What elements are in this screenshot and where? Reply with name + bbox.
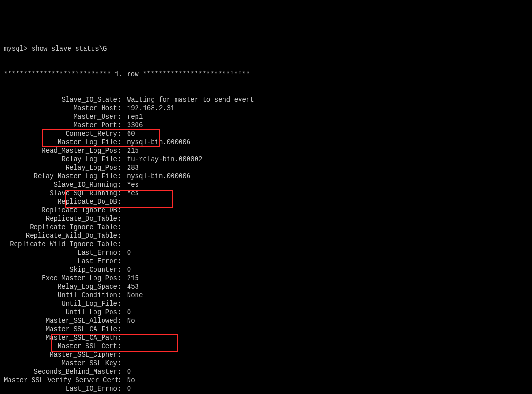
field-separator: : bbox=[117, 376, 127, 385]
field-separator: : bbox=[117, 112, 127, 121]
status-row: Replicate_Wild_Do_Table: bbox=[4, 231, 528, 240]
field-separator: : bbox=[117, 385, 127, 393]
field-separator: : bbox=[117, 223, 127, 231]
field-separator: : bbox=[117, 257, 127, 266]
status-row: Master_SSL_Allowed: No bbox=[4, 317, 528, 325]
field-separator: : bbox=[117, 291, 127, 300]
field-value: Waiting for master to send event bbox=[127, 95, 254, 104]
field-value: 60 bbox=[127, 129, 135, 138]
field-separator: : bbox=[117, 138, 127, 146]
field-value: 3306 bbox=[127, 121, 143, 129]
field-value: Yes bbox=[127, 189, 139, 197]
field-separator: : bbox=[117, 248, 127, 257]
field-value: mysql-bin.000006 bbox=[127, 172, 190, 180]
field-label: Until_Log_File bbox=[4, 300, 117, 308]
status-row: Relay_Log_Space: 453 bbox=[4, 283, 528, 291]
field-label: Last_Error bbox=[4, 257, 117, 266]
field-separator: : bbox=[117, 317, 127, 325]
field-label: Master_SSL_Allowed bbox=[4, 317, 117, 325]
field-label: Slave_SQL_Running bbox=[4, 189, 117, 197]
field-value: rep1 bbox=[127, 112, 143, 121]
field-separator: : bbox=[117, 283, 127, 291]
status-row: Master_SSL_CA_File: bbox=[4, 325, 528, 334]
field-label: Master_Host bbox=[4, 104, 117, 112]
field-value: None bbox=[127, 291, 143, 300]
field-label: Last_Errno bbox=[4, 248, 117, 257]
field-label: Read_Master_Log_Pos bbox=[4, 146, 117, 155]
field-label: Until_Condition bbox=[4, 291, 117, 300]
status-row: Replicate_Ignore_Table: bbox=[4, 223, 528, 231]
status-row: Last_Errno: 0 bbox=[4, 248, 528, 257]
status-row: Replicate_Do_Table: bbox=[4, 214, 528, 223]
field-value: No bbox=[127, 317, 135, 325]
status-row: Slave_SQL_Running: Yes bbox=[4, 189, 528, 197]
field-separator: : bbox=[117, 197, 127, 206]
field-separator: : bbox=[117, 334, 127, 342]
field-label: Master_SSL_CA_Path bbox=[4, 334, 117, 342]
field-label: Last_IO_Errno bbox=[4, 385, 117, 393]
field-label: Master_User bbox=[4, 112, 117, 121]
field-label: Seconds_Behind_Master bbox=[4, 368, 117, 376]
field-value: 215 bbox=[127, 146, 139, 155]
field-separator: : bbox=[117, 231, 127, 240]
status-row: Until_Log_File: bbox=[4, 300, 528, 308]
field-label: Relay_Log_Pos bbox=[4, 163, 117, 172]
field-label: Replicate_Ignore_DB bbox=[4, 206, 117, 214]
field-separator: : bbox=[117, 240, 127, 248]
status-row: Slave_IO_Running: Yes bbox=[4, 180, 528, 189]
field-label: Replicate_Do_DB bbox=[4, 197, 117, 206]
field-value: 0 bbox=[127, 266, 131, 274]
status-row: Relay_Master_Log_File: mysql-bin.000006 bbox=[4, 172, 528, 180]
field-separator: : bbox=[117, 359, 127, 368]
status-row: Master_SSL_Verify_Server_Cert: No bbox=[4, 376, 528, 385]
status-row: Master_Host: 192.168.2.31 bbox=[4, 104, 528, 112]
field-label: Exec_Master_Log_Pos bbox=[4, 274, 117, 283]
field-separator: : bbox=[117, 146, 127, 155]
field-value: Yes bbox=[127, 180, 139, 189]
field-value: 283 bbox=[127, 163, 139, 172]
field-separator: : bbox=[117, 266, 127, 274]
field-separator: : bbox=[117, 214, 127, 223]
field-separator: : bbox=[117, 351, 127, 359]
field-label: Connect_Retry bbox=[4, 129, 117, 138]
status-row: Slave_IO_State: Waiting for master to se… bbox=[4, 95, 528, 104]
field-value: 0 bbox=[127, 385, 131, 393]
field-label: Slave_IO_State bbox=[4, 95, 117, 104]
field-separator: : bbox=[117, 172, 127, 180]
status-row: Seconds_Behind_Master: 0 bbox=[4, 368, 528, 376]
field-label: Master_SSL_Cipher bbox=[4, 351, 117, 359]
field-value: 0 bbox=[127, 248, 131, 257]
field-label: Slave_IO_Running bbox=[4, 180, 117, 189]
field-value: mysql-bin.000006 bbox=[127, 138, 190, 146]
field-separator: : bbox=[117, 189, 127, 197]
status-row: Replicate_Do_DB: bbox=[4, 197, 528, 206]
field-label: Skip_Counter bbox=[4, 266, 117, 274]
status-row: Master_SSL_Cert: bbox=[4, 342, 528, 351]
field-value: 453 bbox=[127, 283, 139, 291]
field-label: Master_Log_File bbox=[4, 138, 117, 146]
status-row: Until_Log_Pos: 0 bbox=[4, 308, 528, 317]
status-row: Skip_Counter: 0 bbox=[4, 266, 528, 274]
field-separator: : bbox=[117, 95, 127, 104]
status-row: Master_SSL_Cipher: bbox=[4, 351, 528, 359]
status-row: Master_Log_File: mysql-bin.000006 bbox=[4, 138, 528, 146]
field-label: Replicate_Wild_Ignore_Table bbox=[4, 240, 117, 248]
field-separator: : bbox=[117, 308, 127, 317]
status-row: Until_Condition: None bbox=[4, 291, 528, 300]
field-label: Relay_Log_File bbox=[4, 155, 117, 163]
field-separator: : bbox=[117, 121, 127, 129]
field-label: Replicate_Ignore_Table bbox=[4, 223, 117, 231]
status-row: Master_SSL_Key: bbox=[4, 359, 528, 368]
field-separator: : bbox=[117, 155, 127, 163]
prompt-line[interactable]: mysql> show slave status\G bbox=[4, 44, 528, 53]
field-separator: : bbox=[117, 129, 127, 138]
field-label: Relay_Log_Space bbox=[4, 283, 117, 291]
field-value: No bbox=[127, 376, 135, 385]
status-row: Replicate_Ignore_DB: bbox=[4, 206, 528, 214]
field-label: Master_SSL_Verify_Server_Cert bbox=[4, 376, 117, 385]
field-value: 0 bbox=[127, 368, 131, 376]
field-value: 192.168.2.31 bbox=[127, 104, 175, 112]
terminal-output: mysql> show slave status\G *************… bbox=[4, 27, 528, 394]
field-separator: : bbox=[117, 342, 127, 351]
status-row: Master_Port: 3306 bbox=[4, 121, 528, 129]
